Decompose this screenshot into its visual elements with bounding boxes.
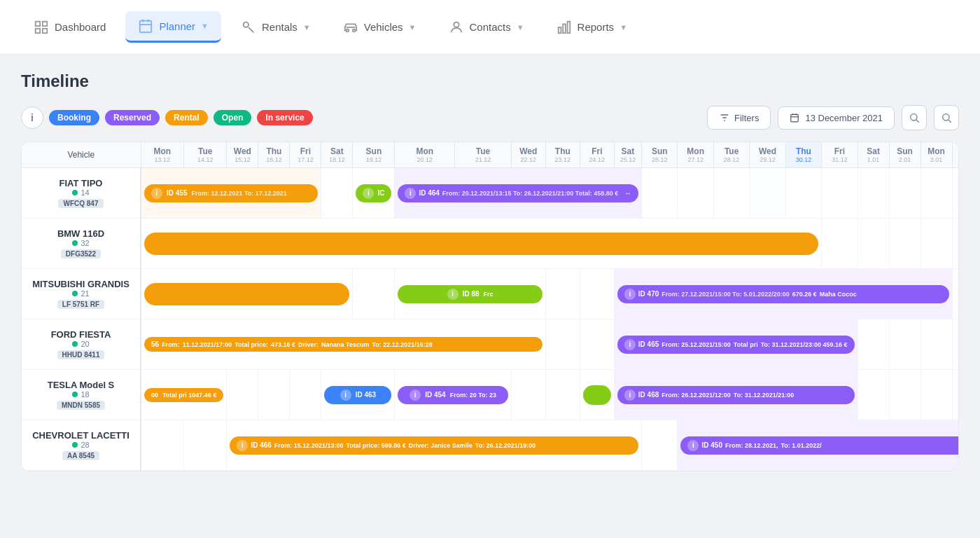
col-sat-2512: Sat25.12 xyxy=(614,142,641,168)
nav-contacts[interactable]: Contacts ▼ xyxy=(436,13,537,42)
booking-from-label: From: xyxy=(162,341,180,348)
empty-cell xyxy=(511,370,545,420)
empty-cell xyxy=(321,168,353,219)
table-row: TESLA Model S 18 MNDN 5585 00 Total pri … xyxy=(22,370,958,420)
booking-olive[interactable] xyxy=(580,370,614,420)
booking-text: 00 xyxy=(151,392,158,399)
booking-455[interactable]: i ID 455 From: 12.12.2021 To: 17.12.2021 xyxy=(141,168,321,219)
vehicle-cell-fiat: FIAT TIPO 14 WFCQ 847 xyxy=(22,168,141,219)
chevron-down-icon: ▼ xyxy=(620,23,627,32)
empty-cell xyxy=(889,370,920,420)
booking-470[interactable]: i ID 470 From: 27.12.2021/15:00 To: 5.01… xyxy=(614,269,952,319)
search-button-2[interactable] xyxy=(934,105,959,130)
empty-cell xyxy=(785,168,821,219)
nav-reports[interactable]: Reports ▼ xyxy=(544,13,640,42)
nav-vehicles[interactable]: Vehicles ▼ xyxy=(330,13,429,42)
booking-from: From: 15.12.2021/13:00 xyxy=(274,442,344,449)
vehicle-plate: MNDN 5585 xyxy=(57,401,105,410)
search-icon xyxy=(909,112,920,123)
booking-id: ID 466 xyxy=(251,441,271,449)
booking-from: From: 25.12.2021/15:00 xyxy=(662,341,731,348)
legend: i Booking Reserved Rental Open In servic… xyxy=(21,106,313,129)
col-sat-1812: Sat18.12 xyxy=(321,142,353,168)
page-title: Timeline xyxy=(21,71,959,91)
info-icon: i xyxy=(447,289,458,300)
col-sun-201: Sun2.01 xyxy=(889,142,920,168)
svg-rect-1 xyxy=(43,21,47,25)
col-mon-301: Mon3.01 xyxy=(920,142,952,168)
nav-contacts-label: Contacts xyxy=(470,21,511,33)
info-button[interactable]: i xyxy=(21,106,43,129)
col-tue-2812: Tue28.12 xyxy=(713,142,749,168)
empty-cell xyxy=(858,219,889,269)
empty-cell xyxy=(889,168,920,219)
booking-466[interactable]: i ID 466 From: 15.12.2021/13:00 Total pr… xyxy=(227,420,642,471)
booking-ic[interactable]: i IC xyxy=(353,168,395,219)
booking-465[interactable]: i ID 465 From: 25.12.2021/15:00 Total pr… xyxy=(614,319,858,370)
booking-tesla1[interactable]: 00 Total pri 1047.46 € xyxy=(141,370,227,420)
booking-id: ID 463 xyxy=(356,391,376,399)
booking-bmw[interactable] xyxy=(141,219,822,269)
nav-reports-label: Reports xyxy=(578,21,615,33)
booking-454[interactable]: i ID 454 From: 20 To: 23 xyxy=(395,370,511,420)
info-icon: i xyxy=(405,188,416,199)
vehicle-cell-ford: FORD FIESTA 20 HHUD 8411 xyxy=(22,319,141,370)
vehicle-col-header: Vehicle xyxy=(22,142,141,168)
info-icon: i xyxy=(624,289,636,300)
booking-id: ID 454 xyxy=(425,391,445,399)
booking-ford1[interactable]: 56 From: 11.12.2021/17:00 Total price: 4… xyxy=(141,319,545,370)
col-sun-2612: Sun26.12 xyxy=(642,142,678,168)
vehicle-plate: WFCQ 847 xyxy=(58,199,103,208)
booking-468[interactable]: i ID 468 From: 26.12.2021/12:00 To: 31.1… xyxy=(614,370,858,420)
vehicle-id: 18 xyxy=(30,390,132,399)
col-mon-1312: Mon13.12 xyxy=(141,142,183,168)
col-mon-2012: Mon20.12 xyxy=(395,142,455,168)
booking-464[interactable]: i ID 464 From: 20.12.2021/13:15 To: 26.1… xyxy=(395,168,642,219)
svg-rect-3 xyxy=(43,28,47,32)
empty-cell xyxy=(227,370,258,420)
nav-planner[interactable]: Planner ▼ xyxy=(125,11,221,43)
empty-cell xyxy=(580,269,614,319)
filters-label: Filters xyxy=(734,113,759,123)
calendar-small-icon xyxy=(790,113,799,123)
empty-cell xyxy=(920,370,952,420)
nav-rentals[interactable]: Rentals ▼ xyxy=(228,13,323,42)
empty-cell xyxy=(889,219,920,269)
empty-cell xyxy=(642,420,678,471)
info-icon: i xyxy=(624,339,636,350)
booking-88[interactable]: i ID 88 Frc xyxy=(395,269,545,319)
empty-cell xyxy=(580,319,614,370)
booking-partial: Frc xyxy=(484,291,493,298)
timeline-wrapper: Vehicle Mon13.12 Tue14.12 Wed15.12 Thu16… xyxy=(21,142,959,471)
booking-from: From: 26.12.2021/12:00 xyxy=(662,392,731,399)
booking-mit1[interactable] xyxy=(141,269,353,319)
grid-icon xyxy=(34,20,49,35)
booking-dates: From: 20 To: 23 xyxy=(450,392,496,399)
svg-rect-13 xyxy=(563,24,566,33)
info-icon: i xyxy=(340,389,351,401)
info-icon: i xyxy=(237,440,248,451)
empty-cell xyxy=(545,370,580,420)
svg-point-8 xyxy=(244,22,248,27)
empty-cell xyxy=(858,168,889,219)
empty-cell xyxy=(920,319,952,370)
date-picker-button[interactable]: 13 December 2021 xyxy=(778,106,895,130)
booking-463[interactable]: i ID 463 xyxy=(321,370,395,420)
svg-line-23 xyxy=(916,120,919,123)
booking-id: ID 465 xyxy=(638,340,659,348)
svg-point-11 xyxy=(454,22,458,27)
page-content: Timeline i Booking Reserved Rental Open … xyxy=(0,55,980,488)
filters-button[interactable]: Filters xyxy=(707,106,771,130)
vehicle-name: BMW 116D xyxy=(30,228,132,239)
search-button-1[interactable] xyxy=(902,105,927,130)
user-icon xyxy=(449,20,464,35)
booking-dates: From: 27.12.2021/15:00 To: 5.01.2022/20:… xyxy=(662,291,789,298)
toolbar: i Booking Reserved Rental Open In servic… xyxy=(21,105,959,130)
empty-cell xyxy=(141,420,183,471)
booking-450[interactable]: i ID 450 From: 28.12.2021, To: 1.01.2022… xyxy=(678,420,958,471)
vehicle-id: 20 xyxy=(30,340,132,348)
vehicle-plate: HHUD 8411 xyxy=(57,350,105,359)
empty-cell xyxy=(920,168,952,219)
nav-dashboard[interactable]: Dashboard xyxy=(21,13,118,42)
empty-cell xyxy=(920,219,952,269)
